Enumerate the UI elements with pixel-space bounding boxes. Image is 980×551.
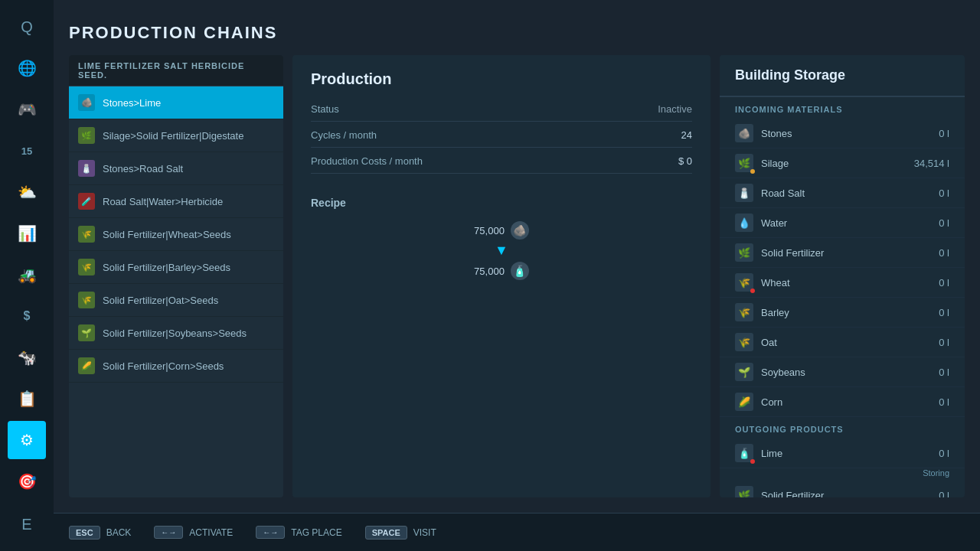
oat-icon: 🌾 [735, 333, 753, 351]
calendar-icon: 15 [21, 145, 32, 157]
lime-out-amount: 0 l [939, 448, 949, 459]
chain-label-5: Solid Fertilizer|Wheat>Seeds [103, 229, 231, 240]
barley-icon: 🌾 [735, 303, 753, 321]
sidebar-item-tasks[interactable]: 📋 [8, 380, 46, 418]
silage-icon: 🌿 [81, 131, 92, 141]
chain-item-9[interactable]: 🌽 Solid Fertilizer|Corn>Seeds [69, 350, 283, 383]
sidebar-item-steering[interactable]: 🎮 [8, 90, 46, 129]
corn-seeds-icon: 🌽 [81, 361, 92, 371]
storage-item-soybeans: 🌱 Soybeans 0 l [720, 357, 965, 387]
chain-icon-5: 🌾 [78, 226, 95, 243]
silage-name: Silage [761, 158, 906, 169]
soybeans-icon: 🌱 [735, 363, 753, 381]
storage-item-water: 💧 Water 0 l [720, 208, 965, 238]
lime-icon: 🪨 [81, 97, 93, 108]
production-panel: Production Status Inactive Cycles / mont… [292, 55, 710, 497]
status-label: Status [311, 103, 339, 115]
sidebar-item-animals[interactable]: 🐄 [8, 338, 46, 377]
tag-key: ←→ [256, 526, 285, 539]
soybeans-seeds-icon: 🌱 [81, 328, 92, 338]
water-icon: 💧 [735, 214, 753, 232]
chains-header: LIME FERTILIZER SALT HERBICIDE SEED. [69, 55, 283, 86]
weather-icon: ⛅ [18, 183, 37, 201]
solid-fert-out-icon: 🌿 [735, 486, 753, 497]
chain-label-3: Stones>Road Salt [103, 163, 183, 174]
sidebar-item-chart[interactable]: 📊 [8, 214, 46, 253]
storage-header: Building Storage [720, 55, 965, 97]
storage-item-solid-fert: 🌿 Solid Fertilizer 0 l [720, 238, 965, 268]
silage-dot [750, 169, 755, 174]
sidebar-item-achievements[interactable]: 🎯 [8, 462, 46, 500]
storage-body: INCOMING MATERIALS 🪨 Stones 0 l 🌿 Silage… [720, 97, 965, 497]
chain-item-6[interactable]: 🌾 Solid Fertilizer|Barley>Seeds [69, 251, 283, 284]
chains-panel: LIME FERTILIZER SALT HERBICIDE SEED. 🪨 S… [69, 55, 283, 497]
storage-item-stones: 🪨 Stones 0 l [720, 119, 965, 148]
chain-icon-2: 🌿 [78, 127, 95, 144]
hotkey-activate[interactable]: ←→ ACTIVATE [154, 526, 233, 539]
incoming-label: INCOMING MATERIALS [720, 97, 965, 119]
production-icon: ⚙ [20, 431, 34, 449]
storage-item-wheat: 🌾 Wheat 0 l [720, 268, 965, 298]
oat-seeds-icon: 🌾 [81, 295, 92, 305]
chain-item-4[interactable]: 🧪 Road Salt|Water>Herbicide [69, 185, 283, 218]
chain-item-7[interactable]: 🌾 Solid Fertilizer|Oat>Seeds [69, 284, 283, 317]
chain-icon-1: 🪨 [78, 94, 95, 111]
water-amount: 0 l [939, 217, 949, 229]
road-salt-icon: 🧂 [81, 164, 92, 174]
cycles-label: Cycles / month [311, 129, 377, 141]
recipe-section: Recipe 75,000 🪨 ▼ 75,000 🧴 [311, 197, 692, 280]
chart-icon: 📊 [18, 224, 37, 243]
recipe-items: 75,000 🪨 ▼ 75,000 🧴 [311, 221, 692, 280]
space-key: SPACE [365, 526, 407, 540]
chain-label-6: Solid Fertilizer|Barley>Seeds [103, 262, 230, 273]
activate-label: ACTIVATE [189, 527, 233, 538]
silage-icon: 🌿 [735, 154, 753, 172]
soybeans-name: Soybeans [761, 367, 931, 378]
chains-list: 🪨 Stones>Lime 🌿 Silage>Solid Fertilizer|… [69, 86, 283, 497]
sidebar-item-globe[interactable]: 🌐 [8, 49, 46, 87]
storage-item-corn: 🌽 Corn 0 l [720, 387, 965, 417]
soybeans-amount: 0 l [939, 367, 949, 378]
water-name: Water [761, 217, 931, 229]
e-icon: E [21, 516, 31, 533]
cycles-row: Cycles / month 24 [311, 129, 692, 148]
lime-dot [750, 459, 755, 464]
corn-amount: 0 l [939, 396, 949, 408]
chain-item-2[interactable]: 🌿 Silage>Solid Fertilizer|Digestate [69, 119, 283, 152]
arrow-down-icon: ▼ [495, 243, 508, 259]
chain-icon-7: 🌾 [78, 292, 95, 308]
chain-item-5[interactable]: 🌾 Solid Fertilizer|Wheat>Seeds [69, 218, 283, 251]
stones-amount: 0 l [939, 128, 949, 139]
recipe-output-amount: 75,000 [474, 266, 505, 277]
solid-fert-name: Solid Fertilizer [761, 247, 931, 259]
solid-fert-out-amount: 0 l [939, 490, 949, 498]
sidebar-item-weather[interactable]: ⛅ [8, 173, 46, 211]
sidebar-item-production[interactable]: ⚙ [8, 421, 46, 459]
sidebar-item-economy[interactable]: $ [8, 297, 46, 335]
chain-item-8[interactable]: 🌱 Solid Fertilizer|Soybeans>Seeds [69, 317, 283, 350]
hotkey-visit[interactable]: SPACE VISIT [365, 526, 436, 540]
costs-row: Production Costs / month $ 0 [311, 155, 692, 174]
production-title: Production [311, 70, 692, 88]
lime-out-icon: 🧴 [735, 444, 753, 462]
wheat-name: Wheat [761, 277, 931, 289]
chain-icon-9: 🌽 [78, 357, 95, 374]
sidebar-item-calendar[interactable]: 15 [8, 132, 46, 170]
chain-label-7: Solid Fertilizer|Oat>Seeds [103, 295, 218, 306]
wheat-seeds-icon: 🌾 [81, 230, 92, 240]
steering-icon: 🎮 [18, 100, 37, 119]
chain-item-1[interactable]: 🪨 Stones>Lime [69, 86, 283, 119]
sidebar-item-q[interactable]: Q [8, 8, 46, 46]
recipe-input-amount: 75,000 [474, 225, 505, 236]
herbicide-icon: 🧪 [81, 197, 92, 207]
sidebar-item-tractor[interactable]: 🚜 [8, 256, 46, 294]
chain-item-3[interactable]: 🧂 Stones>Road Salt [69, 152, 283, 185]
hotkey-tag-place[interactable]: ←→ TAG PLACE [256, 526, 341, 539]
wheat-dot [750, 289, 755, 293]
storage-item-silage: 🌿 Silage 34,514 l [720, 148, 965, 178]
tractor-icon: 🚜 [18, 266, 37, 284]
page-title: PRODUCTION CHAINS [69, 23, 965, 43]
sidebar-item-e[interactable]: E [8, 505, 46, 543]
tasks-icon: 📋 [18, 390, 37, 408]
hotkey-back[interactable]: ESC BACK [69, 526, 131, 540]
